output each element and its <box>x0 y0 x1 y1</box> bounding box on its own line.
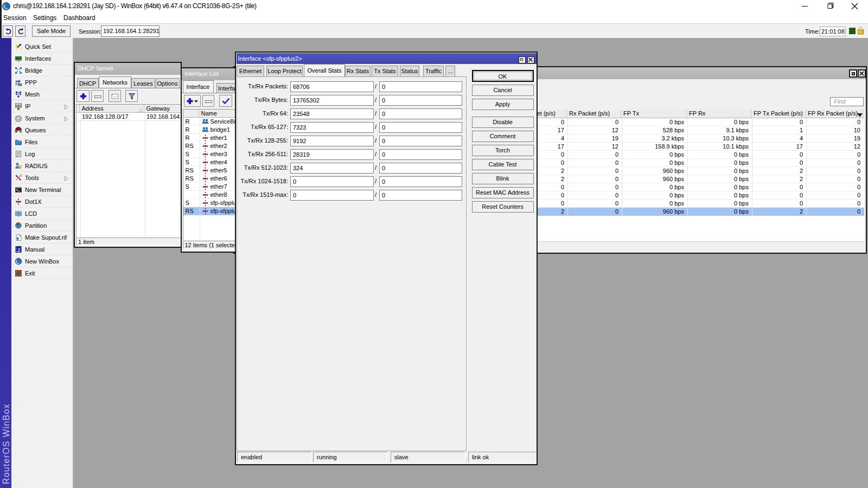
svg-text:?: ? <box>18 247 20 251</box>
svg-text:255: 255 <box>16 104 21 107</box>
